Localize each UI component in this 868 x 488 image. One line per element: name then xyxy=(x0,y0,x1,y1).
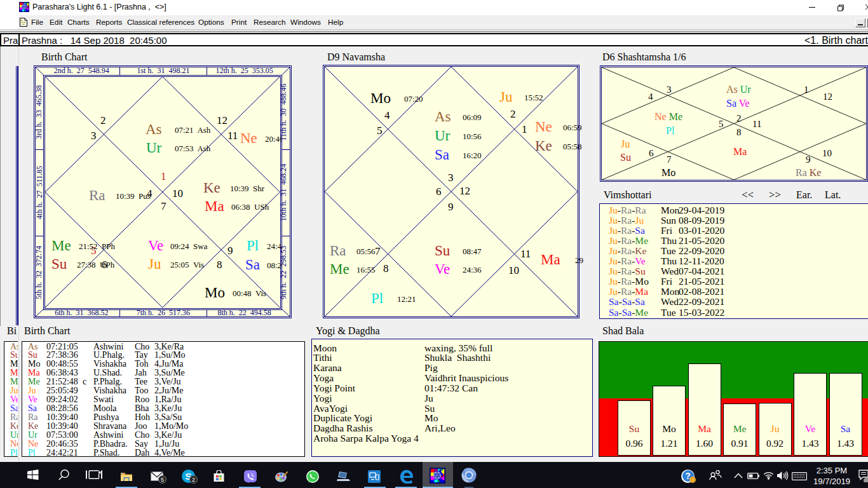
svg-text:Ju: Ju xyxy=(148,256,161,272)
svg-text:9th h. 22 298.53: 9th h. 22 298.53 xyxy=(279,246,288,299)
svg-text:5: 5 xyxy=(377,125,383,137)
svg-text:7: 7 xyxy=(161,200,166,212)
svg-text:Ne Me: Ne Me xyxy=(654,111,682,122)
svg-text:5th h. 32 372.74: 5th h. 32 372.74 xyxy=(35,246,44,299)
svg-text:24:36: 24:36 xyxy=(463,265,482,274)
svg-text:9: 9 xyxy=(806,154,811,165)
svg-text:Sa Ve: Sa Ve xyxy=(726,98,750,109)
svg-text:Ur: Ur xyxy=(435,128,451,144)
svg-text:Ma: Ma xyxy=(733,146,747,157)
svg-text:2: 2 xyxy=(100,114,106,126)
svg-text:7th h. 26 517.36: 7th h. 26 517.36 xyxy=(137,308,190,317)
svg-text:Mo: Mo xyxy=(661,167,675,178)
svg-text:Pl: Pl xyxy=(666,125,675,136)
svg-text:3rd h. 33 465.38: 3rd h. 33 465.38 xyxy=(35,85,44,139)
svg-text:3: 3 xyxy=(91,130,97,142)
svg-text:10: 10 xyxy=(172,187,183,200)
svg-text:25:05 Vis: 25:05 Vis xyxy=(170,260,204,269)
svg-text:11: 11 xyxy=(227,130,238,142)
svg-text:12:21: 12:21 xyxy=(397,294,416,304)
svg-text:12: 12 xyxy=(217,114,227,126)
svg-text:08:47: 08:47 xyxy=(463,247,482,256)
svg-text:12: 12 xyxy=(823,92,832,102)
svg-text:06:59: 06:59 xyxy=(563,123,582,132)
svg-text:2: 2 xyxy=(736,113,742,123)
svg-text:12: 12 xyxy=(459,185,470,197)
svg-text:12th h. 25 353.05: 12th h. 25 353.05 xyxy=(215,66,273,75)
svg-text:4th h. 27 511.85: 4th h. 27 511.85 xyxy=(35,166,44,219)
svg-text:Ve: Ve xyxy=(148,238,163,254)
svg-text:As Ur: As Ur xyxy=(726,84,751,95)
svg-text:Ve: Ve xyxy=(435,261,450,277)
svg-text:11th h. 30 488.46: 11th h. 30 488.46 xyxy=(279,84,288,141)
svg-text:16:55: 16:55 xyxy=(356,265,376,274)
svg-text:05:58: 05:58 xyxy=(563,142,582,151)
svg-text:Mo: Mo xyxy=(205,285,225,301)
svg-text:9: 9 xyxy=(448,201,454,213)
svg-text:4: 4 xyxy=(384,109,390,121)
svg-text:Su: Su xyxy=(620,152,631,163)
svg-text:Ne: Ne xyxy=(535,119,552,135)
svg-text:07:53 Ash: 07:53 Ash xyxy=(175,144,211,153)
svg-text:Ra: Ra xyxy=(330,243,346,259)
svg-text:20:46: 20:46 xyxy=(265,134,284,144)
svg-text:8th h. 22 494.58: 8th h. 22 494.58 xyxy=(217,308,271,317)
svg-text:As: As xyxy=(435,109,451,125)
svg-text:15:52: 15:52 xyxy=(524,93,543,102)
svg-text:Ke: Ke xyxy=(203,180,220,196)
svg-text:Su: Su xyxy=(435,243,451,259)
svg-text:1: 1 xyxy=(522,123,527,135)
svg-text:Sa: Sa xyxy=(245,257,260,273)
svg-text:Ju: Ju xyxy=(621,139,630,149)
svg-text:6: 6 xyxy=(649,148,654,158)
svg-text:Ne: Ne xyxy=(240,130,257,146)
svg-text:09:24 Swa: 09:24 Swa xyxy=(170,241,208,251)
svg-text:Ra: Ra xyxy=(89,187,105,203)
svg-text:10:39 Shr: 10:39 Shr xyxy=(230,184,265,193)
svg-text:10: 10 xyxy=(822,148,832,158)
svg-text:06:38 USh: 06:38 USh xyxy=(231,202,269,212)
svg-text:8: 8 xyxy=(383,262,389,274)
svg-text:10:39 Pus: 10:39 Pus xyxy=(116,191,151,201)
svg-text:5: 5 xyxy=(719,119,724,129)
svg-text:07:21 Ash: 07:21 Ash xyxy=(175,125,211,135)
svg-text:2: 2 xyxy=(510,108,516,120)
svg-text:10: 10 xyxy=(508,264,519,276)
svg-text:7: 7 xyxy=(375,245,381,257)
svg-text:Ur: Ur xyxy=(146,140,162,156)
svg-text:Ra Ke: Ra Ke xyxy=(796,167,821,178)
svg-text:05:56: 05:56 xyxy=(356,247,376,256)
svg-text:9: 9 xyxy=(227,245,233,257)
svg-text:Ke: Ke xyxy=(535,138,552,154)
svg-text:16:20: 16:20 xyxy=(463,151,482,160)
svg-text:27:38 UPh: 27:38 UPh xyxy=(77,260,115,269)
svg-text:Pl: Pl xyxy=(247,238,259,254)
svg-text:4: 4 xyxy=(648,92,653,102)
svg-text:6: 6 xyxy=(436,186,442,198)
svg-text:6th h. 31 368.52: 6th h. 31 368.52 xyxy=(55,308,108,317)
svg-text:Ma: Ma xyxy=(541,252,560,268)
svg-text:1: 1 xyxy=(804,85,809,95)
svg-text:2nd h. 27 548.94: 2nd h. 27 548.94 xyxy=(54,66,109,75)
svg-text:00:48 Vis: 00:48 Vis xyxy=(233,288,266,298)
svg-text:Ma: Ma xyxy=(205,198,224,214)
svg-text:7: 7 xyxy=(667,154,672,165)
svg-text:06:09: 06:09 xyxy=(463,112,482,122)
svg-text:Mo: Mo xyxy=(370,90,391,106)
svg-text:3: 3 xyxy=(448,172,454,184)
svg-text:Sa: Sa xyxy=(435,147,449,163)
svg-text:Ju: Ju xyxy=(499,89,513,105)
svg-text:10th h. 31 468.24: 10th h. 31 468.24 xyxy=(279,164,288,221)
svg-text:11: 11 xyxy=(752,119,761,129)
svg-text:8: 8 xyxy=(736,127,742,137)
svg-text:1st h. 31 498.21: 1st h. 31 498.21 xyxy=(137,66,189,75)
svg-text:8: 8 xyxy=(217,259,222,271)
svg-text:Me: Me xyxy=(330,261,349,277)
svg-text:07:20: 07:20 xyxy=(404,94,423,104)
svg-text:10:56: 10:56 xyxy=(463,132,482,141)
svg-text:21:52 PPh: 21:52 PPh xyxy=(79,241,116,251)
svg-text:29:48: 29:48 xyxy=(575,255,583,265)
svg-text:Su: Su xyxy=(51,256,67,272)
svg-text:3: 3 xyxy=(667,85,672,95)
svg-text:1: 1 xyxy=(161,170,166,182)
